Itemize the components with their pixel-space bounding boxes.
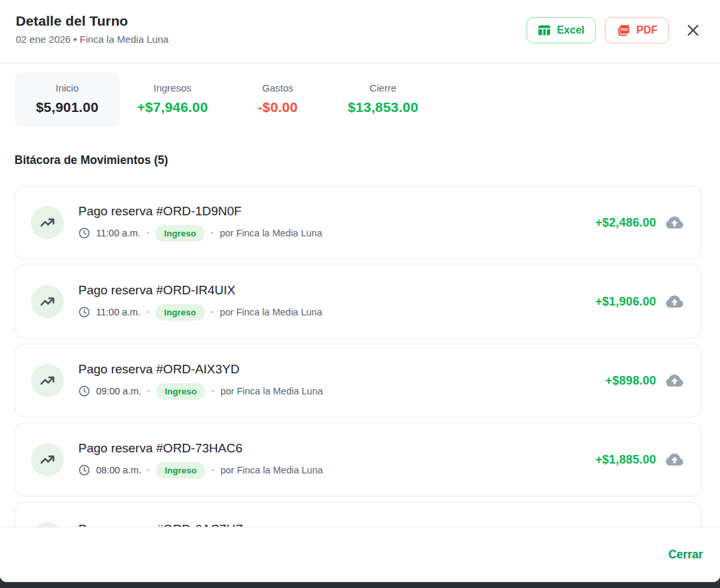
shift-summary-stats: Inicio $5,901.00 Ingresos +$7,946.00 Gas… [14,72,720,127]
movement-amount: +$1,906.00 [595,295,656,309]
movement-amount: +$2,486.00 [595,216,656,230]
trending-up-icon [39,293,56,310]
stat-value: +$7,946.00 [125,99,220,115]
page-subtitle: 02 ene 2026 • Finca la Media Luna [16,34,168,45]
movement-type-badge: Ingreso [156,383,205,400]
excel-button-label: Excel [557,23,584,38]
meta-separator: · [146,307,149,317]
movement-time: 11:00 a.m. [96,307,140,317]
movement-type-badge: Ingreso [155,225,205,242]
movement-meta: 11:00 a.m. · Ingreso · por Finca la Medi… [78,225,580,242]
svg-text:PDF: PDF [621,28,629,32]
movement-title: Pago reserva #ORD-IR4UIX [78,283,580,298]
meta-separator: · [211,228,214,238]
cloud-upload-icon[interactable] [664,215,685,230]
clock-icon [78,227,90,239]
movement-amount-group: +$1,885.00 [595,452,685,468]
stat-value: -$0.00 [230,99,325,115]
cloud-upload-icon[interactable] [664,452,685,468]
cloud-upload-icon[interactable] [664,294,685,309]
movement-meta: 09:00 a.m. · Ingreso · por Finca la Medi… [78,383,591,400]
movement-card[interactable]: Pago reserva #ORD-AIX3YD 09:00 a.m. · In… [14,344,702,417]
trending-up-icon [39,372,56,389]
movement-type-badge: Ingreso [155,304,205,321]
movement-type-badge: Ingreso [156,462,205,479]
stat-item: Gastos -$0.00 [225,72,330,127]
pdf-file-icon: PDF [616,23,630,38]
shift-detail-modal: Detalle del Turno 02 ene 2026 • Finca la… [0,0,720,582]
stat-item: Inicio $5,901.00 [14,72,120,127]
movement-author: por Finca la Media Luna [220,228,322,238]
trending-up-icon [39,214,56,231]
cerrar-button[interactable]: Cerrar [668,548,703,562]
movements-section-heading: Bitácora de Movimientos (5) [14,153,704,167]
movement-card[interactable]: Pago reserva #ORD-1D9N0F 11:00 a.m. · In… [14,186,702,259]
modal-header: Detalle del Turno 02 ene 2026 • Finca la… [0,0,720,64]
movement-avatar [31,443,64,476]
cloud-upload-icon[interactable] [664,373,685,388]
movement-avatar [31,206,64,239]
stat-label: Gastos [230,82,325,94]
movement-title: Pago reserva #ORD-1D9N0F [78,204,580,219]
excel-table-icon [538,24,551,36]
clock-icon [78,306,90,318]
movement-title: Pago reserva #ORD-AIX3YD [78,362,591,377]
movement-card[interactable]: Pago reserva #ORD-6AC7HZ · [14,502,702,527]
meta-separator: · [147,386,151,396]
movement-avatar [31,285,64,318]
movement-author: por Finca la Media Luna [220,386,323,396]
stat-value: $13,853.00 [336,99,430,115]
modal-body: Inicio $5,901.00 Ingresos +$7,946.00 Gas… [0,64,720,527]
clock-icon [78,385,90,397]
export-pdf-button[interactable]: PDF PDF [605,17,669,43]
header-actions: Excel PDF PDF [527,17,704,43]
stat-item: Ingresos +$7,946.00 [120,72,225,127]
movement-author: por Finca la Media Luna [220,307,322,317]
movement-title: Pago reserva #ORD-6AC7HZ [78,522,642,527]
close-button[interactable] [682,19,704,41]
clock-icon [78,464,90,476]
stat-item: Cierre $13,853.00 [330,72,436,127]
movement-amount-group: +$1,906.00 [595,294,685,309]
stat-label: Ingresos [125,82,220,94]
movement-main: Pago reserva #ORD-IR4UIX 11:00 a.m. · In… [78,283,580,321]
movement-amount: +$1,885.00 [595,453,656,467]
movement-card[interactable]: Pago reserva #ORD-73HAC6 08:00 a.m. · In… [14,423,702,496]
movement-main: Pago reserva #ORD-AIX3YD 09:00 a.m. · In… [78,362,591,400]
meta-separator: · [147,465,151,475]
movement-main: Pago reserva #ORD-73HAC6 08:00 a.m. · In… [78,441,580,479]
movement-avatar [31,364,64,397]
trending-up-icon [39,451,56,468]
page-title: Detalle del Turno [16,13,168,29]
stat-label: Cierre [336,82,430,94]
meta-separator: · [211,307,214,317]
movement-avatar [31,522,64,527]
header-titles: Detalle del Turno 02 ene 2026 • Finca la… [16,13,168,45]
meta-separator: · [211,465,215,475]
movement-amount-group: +$2,486.00 [595,215,685,230]
movement-time: 11:00 a.m. [96,228,140,238]
movement-meta: 11:00 a.m. · Ingreso · por Finca la Medi… [78,304,580,321]
movement-author: por Finca la Media Luna [220,465,323,475]
close-icon [686,23,700,38]
meta-separator: · [211,386,215,396]
movement-card[interactable]: Pago reserva #ORD-IR4UIX 11:00 a.m. · In… [14,265,702,338]
movement-time: 08:00 a.m. [96,465,141,475]
modal-footer: Cerrar [0,527,720,582]
movement-amount: +$898.00 [605,374,656,388]
stat-label: Inicio [20,82,115,94]
pdf-button-label: PDF [636,23,657,38]
movement-title: Pago reserva #ORD-73HAC6 [78,441,580,456]
stat-value: $5,901.00 [20,99,115,115]
movement-time: 09:00 a.m. [96,386,141,396]
meta-separator: · [146,228,149,238]
movement-amount-group: +$898.00 [605,373,685,388]
movement-main: Pago reserva #ORD-1D9N0F 11:00 a.m. · In… [78,204,580,242]
movements-list: Pago reserva #ORD-1D9N0F 11:00 a.m. · In… [14,186,702,527]
movement-meta: 08:00 a.m. · Ingreso · por Finca la Medi… [78,462,580,479]
movement-main: Pago reserva #ORD-6AC7HZ · [78,522,642,527]
export-excel-button[interactable]: Excel [527,17,596,43]
